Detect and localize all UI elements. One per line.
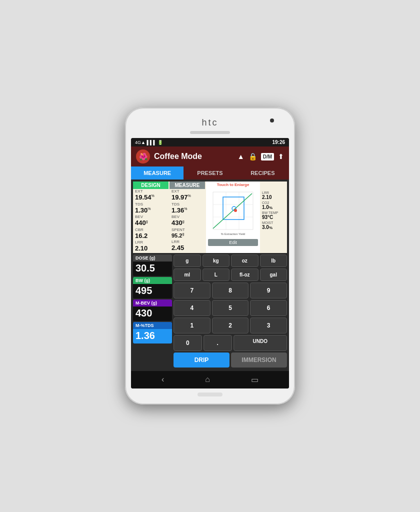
key-2[interactable]: 2	[212, 318, 249, 334]
mtds-field: M-%TDS 1.36	[133, 322, 172, 344]
key-l[interactable]: L	[202, 268, 230, 281]
extraction-chart: % Extraction Yield	[208, 190, 258, 237]
unit-row-1: g kg oz lb	[174, 254, 287, 267]
phone-nav: ‹ ⌂ ▭	[131, 371, 289, 388]
drip-button[interactable]: DRIP	[174, 352, 230, 368]
measure-header: MEASURE	[170, 182, 205, 189]
key-5[interactable]: 5	[212, 300, 249, 316]
bw-temp-prop-label: BW TEMP	[262, 211, 286, 214]
input-keypad-section: DOSE (g) 30.5 BW (g) 495 M-BEV (g) 430 M…	[133, 254, 287, 369]
spent-measure-value: 95.2g	[172, 232, 203, 239]
chart-column[interactable]: Touch to Enlarge	[206, 182, 260, 253]
left-panel: DOSE (g) 30.5 BW (g) 495 M-BEV (g) 430 M…	[133, 254, 172, 369]
ext-design-label: EXT	[135, 190, 166, 194]
key-9[interactable]: 9	[250, 282, 287, 298]
lock-icon: 🔒	[248, 152, 257, 160]
measure-column: MEASURE EXT 19.97% TDS 1.36% BEV 430g S	[170, 182, 205, 253]
bev-design-value: 440g	[135, 219, 166, 227]
key-7[interactable]: 7	[174, 282, 210, 298]
moist-prop-value: 3.0%	[262, 224, 286, 230]
mbev-value[interactable]: 430	[133, 306, 172, 321]
share-icon[interactable]: ⬆	[278, 152, 284, 160]
key-gal[interactable]: gal	[260, 268, 288, 281]
svg-point-8	[234, 209, 237, 212]
immersion-button[interactable]: IMMERSION	[231, 352, 287, 368]
key-ml[interactable]: ml	[174, 268, 201, 281]
brew-mode-buttons: DRIP IMMERSION	[174, 352, 287, 368]
mbev-label: M-BEV (g)	[133, 300, 172, 306]
phone-screen: 4G▲ ▌▌▌ 🔋 19:26 🌺 Coffee Mode ▲ 🔒 D/M ⬆ …	[131, 138, 289, 388]
key-1[interactable]: 1	[174, 318, 210, 334]
ext-design-value: 19.54%	[135, 194, 166, 202]
key-lb[interactable]: lb	[260, 254, 288, 267]
num-row-3: 1 2 3	[174, 318, 287, 334]
key-g[interactable]: g	[174, 254, 201, 267]
back-button[interactable]: ‹	[162, 375, 164, 384]
physical-home-button[interactable]	[198, 392, 222, 396]
lrr-design-label: LRR	[135, 240, 166, 244]
bev-measure-value: 430g	[172, 219, 203, 227]
key-6[interactable]: 6	[250, 300, 287, 316]
cbr-design-value: 16.2	[135, 232, 166, 240]
touch-enlarge-label: Touch to Enlarge	[207, 182, 259, 188]
key-4[interactable]: 4	[174, 300, 210, 316]
num-row-1: 7 8 9	[174, 282, 287, 298]
speaker	[190, 131, 230, 134]
app-header: 🌺 Coffee Mode ▲ 🔒 D/M ⬆	[131, 146, 289, 166]
tab-presets[interactable]: PRESETS	[184, 166, 236, 180]
tds-design-label: TDS	[135, 202, 166, 206]
tab-recipes[interactable]: RECIPES	[236, 166, 289, 180]
mtds-label: M-%TDS	[133, 322, 172, 329]
key-dot[interactable]: .	[204, 335, 232, 351]
ext-measure-value: 19.97%	[172, 194, 203, 202]
tab-measure[interactable]: MEASURE	[131, 166, 184, 180]
key-floz[interactable]: fl-oz	[231, 268, 258, 281]
mbev-field: M-BEV (g) 430	[133, 300, 172, 321]
co2-prop-label: CO2	[262, 201, 286, 204]
lrr-measure-label: LRR	[172, 240, 203, 244]
header-icons: ▲ 🔒 D/M ⬆	[238, 152, 284, 160]
lrr-measure-value: 2.45	[172, 244, 203, 252]
dose-label: DOSE (g)	[133, 254, 172, 262]
tds-design-value: 1.30%	[135, 206, 166, 214]
dm-badge[interactable]: D/M	[261, 153, 274, 160]
bw-value[interactable]: 495	[133, 284, 172, 298]
design-header: DESIGN	[133, 182, 168, 189]
main-content: DESIGN EXT 19.54% TDS 1.30% BEV 440g CB	[131, 180, 289, 371]
key-8[interactable]: 8	[212, 282, 249, 298]
home-button[interactable]: ⌂	[205, 375, 210, 384]
props-column: LRR 2.10 CO2 1.0% BW TEMP 93°C MOIST 3.0…	[261, 182, 287, 253]
unit-row-2: ml L fl-oz gal	[174, 268, 287, 281]
ext-measure-label: EXT	[172, 190, 203, 194]
cbr-design-label: CBR	[135, 228, 166, 232]
bw-temp-prop-value: 93°C	[262, 214, 286, 220]
edit-button[interactable]: Edit	[208, 239, 258, 246]
dose-value[interactable]: 30.5	[133, 262, 172, 276]
tds-measure-value: 1.36%	[172, 206, 203, 214]
chart-container: % Extraction Yield	[207, 188, 259, 238]
tab-bar: MEASURE PRESETS RECIPES	[131, 166, 289, 180]
svg-text:% Extraction Yield: % Extraction Yield	[221, 232, 245, 236]
co2-prop-value: 1.0%	[262, 204, 286, 210]
key-kg[interactable]: kg	[202, 254, 230, 267]
bw-label: BW (g)	[133, 277, 172, 284]
recent-button[interactable]: ▭	[251, 375, 258, 384]
bev-design-label: BEV	[135, 215, 166, 219]
triangle-icon: ▲	[238, 152, 244, 160]
camera	[270, 118, 274, 122]
tds-measure-label: TDS	[172, 202, 203, 206]
key-oz[interactable]: oz	[231, 254, 258, 267]
moist-prop-label: MOIST	[262, 221, 286, 224]
mtds-value[interactable]: 1.36	[133, 329, 172, 344]
num-row-2: 4 5 6	[174, 300, 287, 316]
lrr-design-value: 2.10	[135, 244, 166, 252]
key-3[interactable]: 3	[250, 318, 287, 334]
key-0[interactable]: 0	[174, 335, 202, 351]
status-bar: 4G▲ ▌▌▌ 🔋 19:26	[131, 138, 289, 146]
app-title: Coffee Mode	[154, 152, 234, 161]
num-row-4: 0 . UNDO	[174, 335, 287, 351]
data-panel: DESIGN EXT 19.54% TDS 1.30% BEV 440g CB	[133, 182, 287, 253]
key-undo[interactable]: UNDO	[234, 335, 288, 351]
clock: 19:26	[272, 140, 285, 145]
design-column: DESIGN EXT 19.54% TDS 1.30% BEV 440g CB	[133, 182, 168, 253]
